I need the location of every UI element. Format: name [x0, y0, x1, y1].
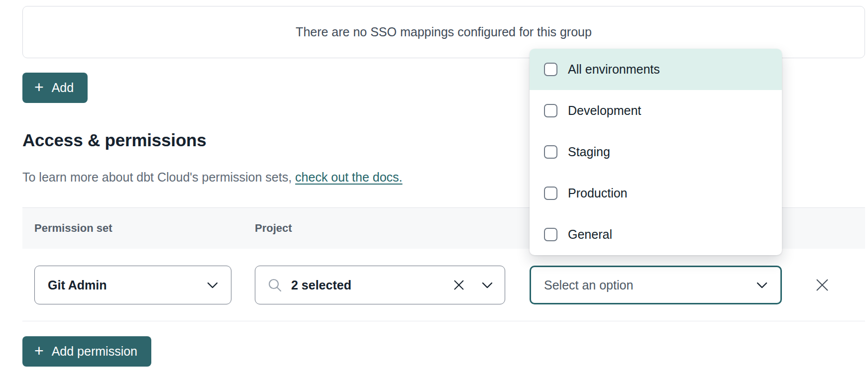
description-text: To learn more about dbt Cloud's permissi… — [22, 170, 295, 184]
permissions-description: To learn more about dbt Cloud's permissi… — [22, 170, 403, 185]
plus-icon: + — [34, 343, 44, 359]
checkbox[interactable] — [544, 104, 557, 117]
column-header-permission-set: Permission set — [34, 222, 112, 235]
checkbox[interactable] — [544, 145, 557, 159]
dropdown-option-development[interactable]: Development — [530, 90, 782, 131]
add-permission-button[interactable]: + Add permission — [22, 336, 151, 367]
sso-empty-message: There are no SSO mappings configured for… — [296, 25, 592, 39]
chevron-down-icon — [757, 282, 767, 288]
permission-set-value: Git Admin — [48, 278, 107, 292]
search-icon — [267, 278, 282, 292]
dropdown-option-general[interactable]: General — [530, 214, 782, 255]
permission-set-select[interactable]: Git Admin — [34, 266, 231, 304]
environment-placeholder: Select an option — [544, 278, 633, 292]
checkbox[interactable] — [544, 187, 557, 200]
add-button-label: Add — [52, 81, 74, 95]
environment-select[interactable]: Select an option — [530, 266, 782, 304]
checkbox[interactable] — [544, 63, 557, 76]
add-sso-mapping-button[interactable]: + Add — [22, 73, 88, 103]
project-multiselect[interactable]: 2 selected — [255, 266, 505, 304]
dropdown-option-production[interactable]: Production — [530, 173, 782, 214]
remove-row-button[interactable] — [813, 276, 831, 294]
option-label: Development — [568, 103, 641, 118]
column-header-project: Project — [255, 222, 292, 235]
chevron-down-icon — [482, 282, 493, 288]
option-label: General — [568, 227, 612, 242]
option-label: Production — [568, 186, 628, 200]
dropdown-option-staging[interactable]: Staging — [530, 131, 782, 173]
environment-dropdown-panel: All environments Development Staging Pro… — [530, 49, 782, 255]
chevron-down-icon — [207, 282, 218, 288]
dropdown-option-all-environments[interactable]: All environments — [530, 49, 782, 90]
project-selected-count: 2 selected — [291, 278, 351, 292]
checkbox[interactable] — [544, 228, 557, 241]
clear-selection-icon[interactable] — [453, 279, 465, 291]
close-icon — [815, 278, 830, 292]
plus-icon: + — [34, 79, 44, 95]
option-label: Staging — [568, 145, 610, 159]
page-title: Access & permissions — [22, 130, 207, 150]
option-label: All environments — [568, 62, 660, 77]
docs-link[interactable]: check out the docs. — [295, 170, 402, 184]
group-settings-page: There are no SSO mappings configured for… — [0, 0, 868, 384]
add-permission-label: Add permission — [52, 344, 137, 359]
